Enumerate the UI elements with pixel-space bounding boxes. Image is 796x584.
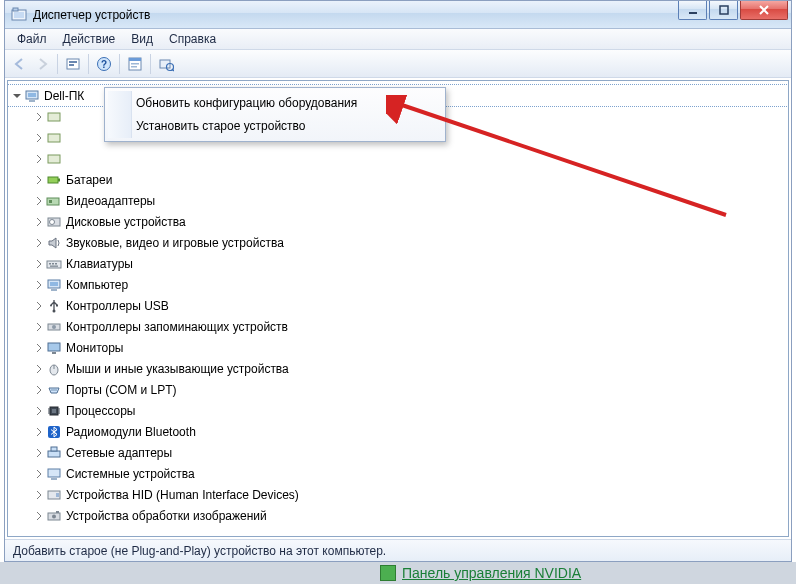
tree-node[interactable]: obscured2 — [30, 148, 788, 169]
svg-rect-25 — [47, 198, 59, 205]
tree-node-disk-drives[interactable]: Дисковые устройства — [30, 211, 788, 232]
svg-rect-35 — [50, 282, 58, 286]
device-icon — [46, 109, 62, 125]
minimize-button[interactable] — [678, 1, 707, 20]
network-icon — [46, 445, 62, 461]
tree-node-display-adapters[interactable]: Видеоадаптеры — [30, 190, 788, 211]
expand-arrow-icon[interactable] — [34, 259, 44, 269]
tree-node-system-devices[interactable]: Системные устройства — [30, 463, 788, 484]
tree-node-label: Мониторы — [66, 341, 123, 355]
expand-arrow-icon[interactable] — [34, 154, 44, 164]
expand-arrow-icon[interactable] — [34, 448, 44, 458]
tree-node-mice[interactable]: Мыши и иные указывающие устройства — [30, 358, 788, 379]
titlebar[interactable]: Диспетчер устройств — [5, 1, 791, 29]
tree-node-label: Сетевые адаптеры — [66, 446, 172, 460]
expand-arrow-icon[interactable] — [34, 217, 44, 227]
expand-arrow-icon[interactable] — [34, 133, 44, 143]
toolbar-separator — [119, 54, 120, 74]
menu-view[interactable]: Вид — [123, 30, 161, 48]
svg-rect-18 — [28, 93, 36, 97]
expand-arrow-icon[interactable] — [34, 406, 44, 416]
expand-arrow-icon[interactable] — [34, 112, 44, 122]
tree-node-label: Системные устройства — [66, 467, 195, 481]
tree-root-label: Dell-ПК — [44, 89, 84, 103]
svg-line-16 — [172, 69, 174, 71]
svg-rect-31 — [52, 263, 54, 265]
expand-arrow-icon[interactable] — [34, 511, 44, 521]
toolbar-separator — [150, 54, 151, 74]
nvidia-panel-link[interactable]: Панель управления NVIDIA — [380, 562, 581, 584]
close-button[interactable] — [740, 1, 788, 20]
svg-rect-21 — [48, 134, 60, 142]
svg-rect-36 — [51, 289, 57, 291]
svg-point-48 — [55, 389, 56, 390]
tree-node-monitors[interactable]: Мониторы — [30, 337, 788, 358]
tree-node-storage-controllers[interactable]: Контроллеры запоминающих устройств — [30, 316, 788, 337]
menu-action[interactable]: Действие — [55, 30, 124, 48]
svg-rect-32 — [55, 263, 57, 265]
expand-arrow-icon[interactable] — [34, 175, 44, 185]
expand-arrow-icon[interactable] — [34, 196, 44, 206]
tree-node-sound[interactable]: Звуковые, видео и игровые устройства — [30, 232, 788, 253]
forward-button[interactable] — [31, 53, 53, 75]
expand-arrow-icon[interactable] — [34, 364, 44, 374]
expand-arrow-icon[interactable] — [34, 238, 44, 248]
back-button[interactable] — [9, 53, 31, 75]
svg-point-41 — [52, 325, 56, 329]
properties-button[interactable] — [124, 53, 146, 75]
expand-arrow-icon[interactable] — [34, 301, 44, 311]
expand-arrow-icon[interactable] — [34, 469, 44, 479]
ctx-add-legacy-hardware[interactable]: Установить старое устройство — [108, 115, 442, 137]
tree-node-usb[interactable]: Контроллеры USB — [30, 295, 788, 316]
tree-node-batteries[interactable]: Батареи — [30, 169, 788, 190]
svg-rect-39 — [56, 304, 58, 306]
usb-icon — [46, 298, 62, 314]
tree-node-imaging[interactable]: Устройства обработки изображений — [30, 505, 788, 526]
show-hidden-button[interactable] — [62, 53, 84, 75]
expand-arrow-icon[interactable] — [34, 385, 44, 395]
help-button[interactable]: ? — [93, 53, 115, 75]
tree-node-keyboards[interactable]: Клавиатуры — [30, 253, 788, 274]
device-manager-window: Диспетчер устройств Файл Действие Вид Сп… — [4, 0, 792, 562]
tree-node-bluetooth[interactable]: Радиомодули Bluetooth — [30, 421, 788, 442]
tree-node-ports[interactable]: Порты (COM и LPT) — [30, 379, 788, 400]
tree-node-label: Звуковые, видео и игровые устройства — [66, 236, 284, 250]
ctx-scan-hardware[interactable]: Обновить конфигурацию оборудования — [108, 92, 442, 114]
svg-rect-2 — [13, 8, 18, 11]
tree-node-computer[interactable]: Компьютер — [30, 274, 788, 295]
expand-arrow-icon[interactable] — [34, 343, 44, 353]
scan-hardware-button[interactable] — [155, 53, 177, 75]
svg-rect-42 — [48, 343, 60, 351]
tree-node-network[interactable]: Сетевые адаптеры — [30, 442, 788, 463]
tree-node-processors[interactable]: Процессоры — [30, 400, 788, 421]
sound-icon — [46, 235, 62, 251]
svg-text:?: ? — [101, 59, 107, 70]
menu-file[interactable]: Файл — [9, 30, 55, 48]
disk-drive-icon — [46, 214, 62, 230]
bluetooth-icon — [46, 424, 62, 440]
tree-node-label: Устройства обработки изображений — [66, 509, 267, 523]
tree-node-label: Радиомодули Bluetooth — [66, 425, 196, 439]
svg-rect-7 — [69, 64, 74, 66]
svg-point-38 — [50, 304, 52, 306]
maximize-button[interactable] — [709, 1, 738, 20]
imaging-icon — [46, 508, 62, 524]
cpu-icon — [46, 403, 62, 419]
menubar: Файл Действие Вид Справка — [5, 29, 791, 50]
expand-arrow-icon[interactable] — [34, 280, 44, 290]
status-text: Добавить старое (не Plug-and-Play) устро… — [13, 544, 386, 558]
hid-icon — [46, 487, 62, 503]
ctx-item-label: Установить старое устройство — [136, 119, 306, 133]
svg-rect-59 — [51, 447, 57, 451]
tree-node-label: Компьютер — [66, 278, 128, 292]
system-device-icon — [46, 466, 62, 482]
mouse-icon — [46, 361, 62, 377]
expand-arrow-icon[interactable] — [34, 427, 44, 437]
menu-help[interactable]: Справка — [161, 30, 224, 48]
expand-arrow-icon[interactable] — [34, 322, 44, 332]
computer-icon — [24, 88, 40, 104]
tree-node-label: Процессоры — [66, 404, 136, 418]
tree-node-hid[interactable]: Устройства HID (Human Interface Devices) — [30, 484, 788, 505]
collapse-arrow-icon[interactable] — [12, 91, 22, 101]
expand-arrow-icon[interactable] — [34, 490, 44, 500]
